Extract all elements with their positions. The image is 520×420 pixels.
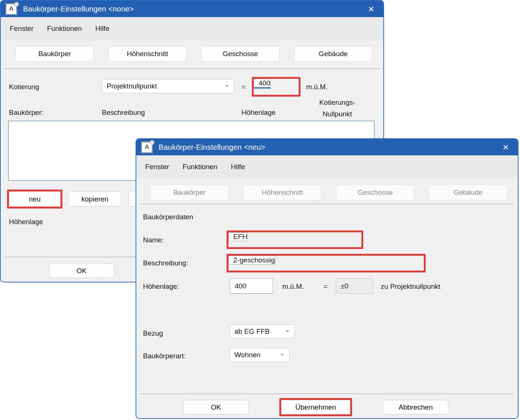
name-label: Name: [143, 236, 164, 244]
abbrechen-button[interactable]: Abbrechen [383, 400, 448, 414]
front-tab-row: Baukörper Höhenschnitt Geschosse Gebäude [150, 185, 507, 200]
separator [4, 68, 380, 69]
kotierungs-line1: Kotierungs- [313, 97, 362, 108]
uebernehmen-button[interactable]: Übernehmen [281, 400, 350, 414]
highlight-box-name: EFH [227, 230, 363, 249]
stamp-icon [14, 2, 19, 7]
stamp-icon [150, 140, 155, 145]
menu-fenster[interactable]: Fenster [10, 25, 33, 33]
tab-hoehenschnitt[interactable]: Höhenschnitt [108, 46, 186, 62]
app-icon-letter: A [145, 143, 149, 151]
back-window-titlebar[interactable]: A Baukörper-Einstellungen <none> ✕ [1, 1, 383, 17]
menu-hilfe[interactable]: Hilfe [231, 163, 245, 171]
chevron-down-icon: ⌄ [280, 352, 285, 355]
menu-funktionen[interactable]: Funktionen [47, 25, 82, 33]
equals-sign: = [241, 83, 246, 91]
back-tab-row: Baukörper Höhenschnitt Geschosse Gebäude [16, 46, 372, 62]
list-header-baukoerper: Baukörper: [9, 109, 43, 117]
kotierung-label: Kotierung [9, 83, 39, 91]
neu-button[interactable]: neu [9, 191, 61, 207]
chevron-down-icon: ⌄ [224, 83, 230, 87]
offset-readonly-field: ±0 [336, 278, 373, 294]
hoehenlage-unit: m.ü.M. [282, 282, 304, 291]
close-icon[interactable]: ✕ [502, 143, 509, 151]
tab-baukoerper[interactable]: Baukörper [150, 185, 228, 200]
app-icon: A [6, 4, 17, 14]
back-menubar: Fenster Funktionen Hilfe [1, 17, 383, 40]
bezug-dropdown[interactable]: ab EG FFB ⌄ [230, 324, 295, 339]
tab-hoehenschnitt[interactable]: Höhenschnitt [243, 185, 321, 200]
hoehenlage-label: Höhenlage: [143, 282, 179, 291]
menu-funktionen[interactable]: Funktionen [182, 163, 217, 171]
kotierung-dropdown[interactable]: Projektnullpunkt ⌄ [102, 79, 234, 93]
kotierung-dropdown-value: Projektnullpunkt [107, 82, 157, 90]
kotierungs-line2: Nullpunkt [313, 108, 362, 120]
highlight-box-neu: neu [7, 190, 62, 209]
separator [140, 394, 513, 394]
highlight-box-uebernehmen: Übernehmen [279, 398, 352, 416]
beschreibung-input[interactable]: 2-geschossig [228, 256, 275, 265]
kotierung-unit: m.ü.M. [306, 83, 328, 91]
window-title: Baukörper-Einstellungen <neu> [159, 143, 265, 152]
ok-button[interactable]: OK [49, 264, 114, 278]
beschreibung-label: Beschreibung: [143, 259, 188, 267]
equals-sign: = [324, 282, 328, 291]
bezug-label: Bezug [143, 329, 163, 337]
menu-fenster[interactable]: Fenster [145, 163, 169, 171]
window-title: Baukörper-Einstellungen <none> [23, 5, 134, 13]
bezug-dropdown-value: ab EG FFB [234, 327, 270, 336]
name-input[interactable]: EFH [228, 232, 248, 241]
front-window-titlebar[interactable]: A Baukörper-Einstellungen <neu> ✕ [136, 139, 518, 155]
list-header-hoehenlage: Höhenlage [241, 109, 276, 117]
highlight-box-kotierung-value: 400 [252, 77, 300, 97]
kotierungs-nullpunkt-label: Kotierungs- Nullpunkt [313, 97, 362, 120]
tab-gebaeude[interactable]: Gebäude [429, 185, 507, 200]
highlight-box-beschreibung: 2-geschossig [227, 254, 426, 272]
menu-hilfe[interactable]: Hilfe [95, 25, 109, 33]
kopieren-button[interactable]: kopieren [69, 191, 121, 207]
separator [140, 204, 513, 204]
close-icon[interactable]: ✕ [368, 5, 374, 13]
tab-geschosse[interactable]: Geschosse [336, 185, 414, 200]
baukoerperart-dropdown[interactable]: Wohnen ⌄ [230, 348, 290, 362]
front-window: A Baukörper-Einstellungen <neu> ✕ Fenste… [136, 138, 519, 419]
hoehenlage-input[interactable]: 400 [230, 278, 273, 294]
list-header-beschreibung: Beschreibung [102, 109, 145, 117]
baukoerperart-dropdown-value: Wohnen [234, 351, 260, 359]
baukoerperart-label: Baukörperart: [143, 352, 186, 360]
ok-button[interactable]: OK [183, 400, 248, 414]
chevron-down-icon: ⌄ [285, 328, 290, 332]
app-icon-letter: A [9, 5, 13, 13]
tab-baukoerper[interactable]: Baukörper [16, 46, 94, 62]
hoehenlage-section-label: Höhenlage [9, 218, 43, 226]
tab-geschosse[interactable]: Geschosse [201, 46, 279, 62]
section-title: Baukörperdaten [143, 213, 193, 221]
front-menubar: Fenster Funktionen Hilfe [136, 155, 518, 178]
tab-gebaeude[interactable]: Gebäude [294, 46, 372, 62]
app-icon: A [142, 142, 152, 153]
kotierung-value-input[interactable]: 400 [254, 79, 271, 88]
offset-suffix: zu Projektnullpunkt [381, 282, 441, 291]
